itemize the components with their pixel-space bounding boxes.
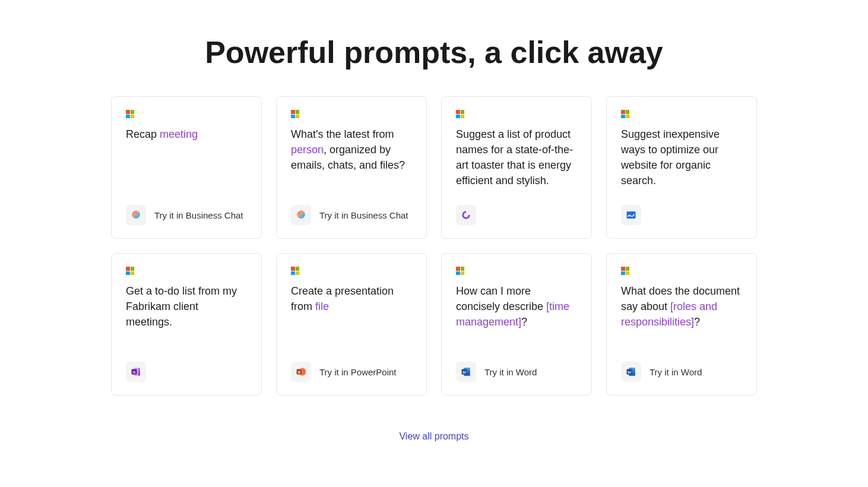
prompt-card[interactable]: What does the document say about [roles … [606, 253, 757, 396]
prompt-text: Recap meeting [126, 127, 247, 142]
prompt-text: Suggest inexpensive ways to optimize our… [621, 127, 742, 188]
microsoft-logo-icon [456, 110, 464, 118]
prompt-card[interactable]: Suggest a list of product names for a st… [441, 96, 592, 239]
view-all-prompts-link[interactable]: View all prompts [399, 431, 468, 442]
prompt-text: Create a presentation from file [291, 283, 412, 314]
prompt-card[interactable]: How can I more concisely describe [time … [441, 253, 592, 396]
loop-app-icon [456, 205, 476, 225]
prompt-card[interactable]: Get a to-do list from my Fabrikam client… [111, 253, 262, 396]
prompt-text: What's the latest from person, organized… [291, 127, 412, 173]
svg-text:P: P [298, 370, 300, 374]
prompt-card[interactable]: What's the latest from person, organized… [276, 96, 427, 239]
word-app-icon: W [621, 362, 641, 382]
prompt-card[interactable]: Suggest inexpensive ways to optimize our… [606, 96, 757, 239]
prompt-text: Suggest a list of product names for a st… [456, 127, 577, 188]
microsoft-logo-icon [456, 267, 464, 275]
prompt-card[interactable]: Recap meetingTry it in Business Chat [111, 96, 262, 239]
svg-rect-3 [138, 371, 140, 373]
microsoft-logo-icon [621, 267, 629, 275]
svg-text:N: N [133, 370, 136, 374]
word-app-icon: W [456, 362, 476, 382]
microsoft-logo-icon [621, 110, 629, 118]
whiteboard-app-icon [621, 205, 641, 225]
prompt-text: Get a to-do list from my Fabrikam client… [126, 283, 247, 330]
svg-text:W: W [462, 370, 467, 374]
try-it-label: Try it in Word [484, 367, 537, 377]
prompt-card[interactable]: Create a presentation from filePTry it i… [276, 253, 427, 396]
svg-rect-2 [138, 368, 140, 371]
page-title: Powerful prompts, a click away [205, 34, 663, 70]
microsoft-logo-icon [291, 267, 299, 275]
svg-rect-4 [138, 373, 140, 375]
microsoft-logo-icon [291, 110, 299, 118]
powerpoint-app-icon: P [291, 362, 311, 382]
try-it-label: Try it in Word [650, 367, 702, 377]
copilot-app-icon [291, 205, 311, 225]
onenote-app-icon: N [126, 362, 146, 382]
svg-text:W: W [628, 370, 632, 374]
prompt-text: What does the document say about [roles … [621, 283, 742, 330]
try-it-label: Try it in PowerPoint [319, 367, 397, 377]
try-it-label: Try it in Business Chat [319, 210, 408, 220]
prompt-text: How can I more concisely describe [time … [456, 283, 577, 330]
microsoft-logo-icon [126, 267, 134, 275]
copilot-app-icon [126, 205, 146, 225]
microsoft-logo-icon [126, 110, 134, 118]
try-it-label: Try it in Business Chat [154, 210, 243, 220]
